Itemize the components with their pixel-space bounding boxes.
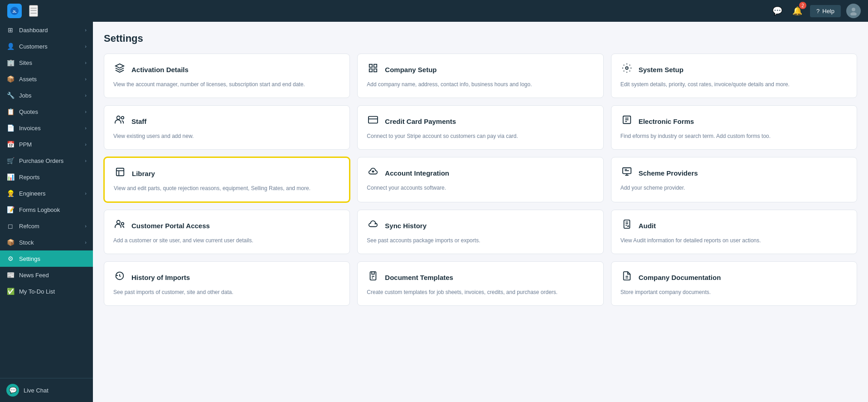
settings-card-scheme-providers[interactable]: Scheme Providers Add your scheme provide… <box>611 157 857 202</box>
sidebar-item-jobs[interactable]: 🔧 Jobs › <box>0 87 93 103</box>
header-right: 💬 🔔 2 ? Help <box>770 4 861 18</box>
svg-rect-11 <box>369 117 378 123</box>
card-desc-scheme-providers: Add your scheme provider. <box>621 184 848 192</box>
settings-card-document-templates[interactable]: Document Templates Create custom templat… <box>357 261 603 306</box>
sidebar-icon-news-feed: 📰 <box>6 271 15 279</box>
main-content: Settings Activation Details View the acc… <box>93 22 868 402</box>
settings-card-company-setup[interactable]: Company Setup Add company name, address,… <box>357 54 603 98</box>
help-button[interactable]: ? Help <box>810 5 841 17</box>
sidebar-item-left: ⚙ Settings <box>6 255 40 262</box>
card-desc-staff: View existing users and add new. <box>113 132 340 140</box>
sidebar-label-stock: Stock <box>19 239 34 246</box>
card-header-sync-history: Sync History <box>367 219 594 232</box>
card-header-library: Library <box>114 167 340 180</box>
sidebar-item-left: 📰 News Feed <box>6 271 49 279</box>
sidebar-icon-sites: 🏢 <box>6 59 15 66</box>
user-avatar[interactable] <box>846 4 861 18</box>
settings-card-company-documentation[interactable]: Company Documentation Store important co… <box>611 261 857 306</box>
sidebar-label-jobs: Jobs <box>19 92 31 99</box>
settings-card-credit-card-payments[interactable]: Credit Card Payments Connect to your Str… <box>357 105 603 150</box>
sidebar-item-assets[interactable]: 📦 Assets › <box>0 71 93 87</box>
sidebar-label-dashboard: Dashboard <box>19 27 48 34</box>
sidebar-item-quotes[interactable]: 📋 Quotes › <box>0 103 93 120</box>
card-desc-account-integration: Connect your accounts software. <box>367 184 594 192</box>
sidebar-label-customers: Customers <box>19 43 48 50</box>
settings-card-system-setup[interactable]: System Setup Edit system details, priori… <box>611 54 857 98</box>
sidebar-item-sites[interactable]: 🏢 Sites › <box>0 54 93 71</box>
card-desc-system-setup: Edit system details, priority, cost rate… <box>621 80 848 88</box>
sidebar-item-left: 📅 PPM <box>6 141 32 148</box>
card-title-company-documentation: Company Documentation <box>639 274 721 281</box>
svg-rect-7 <box>374 69 377 72</box>
live-chat-icon: 💬 <box>6 384 19 397</box>
card-icon-scheme-providers <box>621 167 633 179</box>
card-title-staff: Staff <box>131 118 146 125</box>
card-header-customer-portal-access: Customer Portal Access <box>113 219 340 232</box>
sidebar-item-stock[interactable]: 📦 Stock › <box>0 234 93 250</box>
sidebar-item-purchase-orders[interactable]: 🛒 Purchase Orders › <box>0 152 93 169</box>
chevron-icon: › <box>85 223 87 229</box>
card-title-document-templates: Document Templates <box>385 274 453 281</box>
sidebar-item-dashboard[interactable]: ⊞ Dashboard › <box>0 22 93 38</box>
card-icon-activation-details <box>113 63 126 76</box>
sidebar-item-settings[interactable]: ⚙ Settings <box>0 250 93 267</box>
card-title-credit-card-payments: Credit Card Payments <box>385 118 456 125</box>
sidebar-item-engineers[interactable]: 👷 Engineers › <box>0 185 93 201</box>
chevron-icon: › <box>85 76 87 82</box>
hamburger-menu[interactable]: ☰ <box>29 5 38 17</box>
settings-card-customer-portal-access[interactable]: Customer Portal Access Add a customer or… <box>104 210 350 254</box>
sidebar-item-left: 📝 Forms Logbook <box>6 206 60 213</box>
settings-card-sync-history[interactable]: Sync History See past accounts package i… <box>357 210 603 254</box>
settings-card-library[interactable]: Library View and edit parts, quote rejec… <box>104 157 350 202</box>
sidebar-item-left: 🔧 Jobs <box>6 92 31 99</box>
sidebar-icon-ppm: 📅 <box>6 141 15 148</box>
svg-text:JL: JL <box>12 10 16 14</box>
live-chat-label: Live Chat <box>24 387 48 394</box>
sidebar-item-invoices[interactable]: 📄 Invoices › <box>0 120 93 136</box>
sidebar-icon-customers: 👤 <box>6 43 15 50</box>
settings-card-electronic-forms[interactable]: Electronic Forms Find eforms by industry… <box>611 105 857 150</box>
sidebar-item-customers[interactable]: 👤 Customers › <box>0 38 93 54</box>
settings-card-activation-details[interactable]: Activation Details View the account mana… <box>104 54 350 98</box>
sidebar-icon-assets: 📦 <box>6 75 15 83</box>
chevron-icon: › <box>85 158 87 163</box>
card-desc-customer-portal-access: Add a customer or site user, and view cu… <box>113 236 340 245</box>
card-title-library: Library <box>132 170 155 177</box>
chevron-icon: › <box>85 125 87 131</box>
card-desc-activation-details: View the account manager, number of lice… <box>113 80 340 88</box>
sidebar-item-refcom[interactable]: ◻ Refcom › <box>0 218 93 234</box>
sidebar-item-my-todo[interactable]: ✅ My To-Do List <box>0 283 93 299</box>
sidebar-icon-jobs: 🔧 <box>6 92 15 99</box>
chevron-icon: › <box>85 240 87 245</box>
settings-card-audit[interactable]: Audit View Audit information for detaile… <box>611 210 857 254</box>
sidebar-item-news-feed[interactable]: 📰 News Feed <box>0 267 93 283</box>
sidebar-item-forms-logbook[interactable]: 📝 Forms Logbook <box>0 201 93 218</box>
sidebar: ⊞ Dashboard › 👤 Customers › 🏢 Sites › 📦 … <box>0 22 93 402</box>
card-icon-document-templates <box>367 271 379 284</box>
card-header-scheme-providers: Scheme Providers <box>621 167 848 179</box>
sidebar-label-engineers: Engineers <box>19 190 46 197</box>
sidebar-item-live-chat[interactable]: 💬 Live Chat <box>0 378 93 402</box>
sidebar-item-reports[interactable]: 📊 Reports <box>0 169 93 185</box>
card-desc-document-templates: Create custom templates for job sheets, … <box>367 288 594 296</box>
card-desc-electronic-forms: Find eforms by industry or search term. … <box>621 132 848 140</box>
settings-card-account-integration[interactable]: Account Integration Connect your account… <box>357 157 603 202</box>
sidebar-bottom: 💬 Live Chat <box>0 378 93 402</box>
sidebar-label-my-todo: My To-Do List <box>19 288 55 295</box>
card-title-customer-portal-access: Customer Portal Access <box>131 222 210 230</box>
card-header-staff: Staff <box>113 115 340 127</box>
card-icon-company-documentation <box>621 271 633 284</box>
svg-rect-5 <box>374 64 377 67</box>
sidebar-item-ppm[interactable]: 📅 PPM › <box>0 136 93 152</box>
chevron-icon: › <box>85 27 87 33</box>
card-header-company-documentation: Company Documentation <box>621 271 848 284</box>
notifications-button[interactable]: 🔔 2 <box>790 4 805 18</box>
card-icon-credit-card-payments <box>367 115 379 127</box>
card-title-account-integration: Account Integration <box>385 169 449 177</box>
svg-rect-6 <box>369 69 372 72</box>
card-icon-history-of-imports <box>113 271 126 284</box>
settings-card-staff[interactable]: Staff View existing users and add new. <box>104 105 350 150</box>
settings-card-history-of-imports[interactable]: History of Imports See past imports of c… <box>104 261 350 306</box>
messages-button[interactable]: 💬 <box>770 4 785 18</box>
card-title-system-setup: System Setup <box>639 66 684 74</box>
